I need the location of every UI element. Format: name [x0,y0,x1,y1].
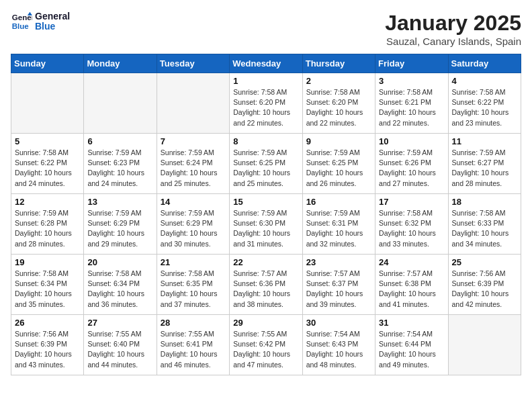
day-detail: Sunrise: 7:58 AM Sunset: 6:20 PM Dayligh… [233,87,298,128]
day-number: 17 [379,197,444,207]
calendar-day-cell: 27Sunrise: 7:55 AM Sunset: 6:40 PM Dayli… [84,315,157,375]
calendar-day-cell [11,73,84,134]
day-number: 16 [306,197,371,207]
svg-text:Blue: Blue [12,22,30,30]
day-detail: Sunrise: 7:58 AM Sunset: 6:34 PM Dayligh… [87,269,152,310]
calendar-day-cell: 7Sunrise: 7:59 AM Sunset: 6:24 PM Daylig… [157,134,229,194]
day-detail: Sunrise: 7:59 AM Sunset: 6:27 PM Dayligh… [452,148,517,189]
weekday-header: Friday [375,54,448,73]
calendar-week-row: 5Sunrise: 7:58 AM Sunset: 6:22 PM Daylig… [11,134,521,194]
day-detail: Sunrise: 7:55 AM Sunset: 6:40 PM Dayligh… [87,329,152,370]
calendar-day-cell: 12Sunrise: 7:59 AM Sunset: 6:28 PM Dayli… [11,194,84,255]
day-detail: Sunrise: 7:54 AM Sunset: 6:43 PM Dayligh… [306,329,371,370]
calendar-day-cell: 16Sunrise: 7:59 AM Sunset: 6:31 PM Dayli… [302,194,375,255]
calendar-day-cell: 1Sunrise: 7:58 AM Sunset: 6:20 PM Daylig… [230,73,302,134]
calendar-day-cell: 29Sunrise: 7:55 AM Sunset: 6:42 PM Dayli… [230,315,302,375]
logo-line1: General [35,11,70,21]
day-number: 24 [379,257,444,267]
day-number: 7 [161,136,226,146]
day-number: 3 [379,76,444,86]
calendar-day-cell: 4Sunrise: 7:58 AM Sunset: 6:22 PM Daylig… [448,73,521,134]
calendar-day-cell: 25Sunrise: 7:56 AM Sunset: 6:39 PM Dayli… [448,255,521,315]
calendar-day-cell: 17Sunrise: 7:58 AM Sunset: 6:32 PM Dayli… [375,194,448,255]
day-number: 30 [306,318,371,328]
day-detail: Sunrise: 7:59 AM Sunset: 6:31 PM Dayligh… [306,208,371,249]
calendar-table: SundayMondayTuesdayWednesdayThursdayFrid… [11,54,521,375]
day-detail: Sunrise: 7:55 AM Sunset: 6:42 PM Dayligh… [233,329,298,370]
calendar-day-cell: 2Sunrise: 7:58 AM Sunset: 6:20 PM Daylig… [302,73,375,134]
calendar-day-cell: 9Sunrise: 7:59 AM Sunset: 6:25 PM Daylig… [302,134,375,194]
day-detail: Sunrise: 7:57 AM Sunset: 6:36 PM Dayligh… [233,269,298,310]
day-detail: Sunrise: 7:59 AM Sunset: 6:25 PM Dayligh… [233,148,298,189]
weekday-header: Wednesday [230,54,302,73]
calendar-day-cell: 22Sunrise: 7:57 AM Sunset: 6:36 PM Dayli… [230,255,302,315]
calendar-day-cell: 31Sunrise: 7:54 AM Sunset: 6:44 PM Dayli… [375,315,448,375]
weekday-header: Sunday [11,54,84,73]
calendar-day-cell: 19Sunrise: 7:58 AM Sunset: 6:34 PM Dayli… [11,255,84,315]
day-number: 6 [87,136,152,146]
day-detail: Sunrise: 7:58 AM Sunset: 6:21 PM Dayligh… [379,87,444,128]
calendar-day-cell: 21Sunrise: 7:58 AM Sunset: 6:35 PM Dayli… [157,255,229,315]
day-number: 20 [87,257,152,267]
logo: General Blue General Blue [11,11,70,32]
day-number: 31 [379,318,444,328]
calendar-day-cell: 26Sunrise: 7:56 AM Sunset: 6:39 PM Dayli… [11,315,84,375]
calendar-day-cell: 6Sunrise: 7:59 AM Sunset: 6:23 PM Daylig… [84,134,157,194]
calendar-title: January 2025 [385,11,521,36]
day-number: 19 [15,257,80,267]
day-detail: Sunrise: 7:56 AM Sunset: 6:39 PM Dayligh… [15,329,80,370]
day-number: 23 [306,257,371,267]
day-number: 15 [233,197,298,207]
calendar-day-cell: 30Sunrise: 7:54 AM Sunset: 6:43 PM Dayli… [302,315,375,375]
logo-line2: Blue [35,21,70,32]
day-detail: Sunrise: 7:56 AM Sunset: 6:39 PM Dayligh… [452,269,517,310]
day-number: 10 [379,136,444,146]
calendar-day-cell: 20Sunrise: 7:58 AM Sunset: 6:34 PM Dayli… [84,255,157,315]
day-number: 4 [452,76,517,86]
calendar-day-cell: 5Sunrise: 7:58 AM Sunset: 6:22 PM Daylig… [11,134,84,194]
day-detail: Sunrise: 7:55 AM Sunset: 6:41 PM Dayligh… [161,329,226,370]
calendar-day-cell: 13Sunrise: 7:59 AM Sunset: 6:29 PM Dayli… [84,194,157,255]
calendar-day-cell [157,73,229,134]
calendar-day-cell [84,73,157,134]
calendar-day-cell [448,315,521,375]
calendar-day-cell: 10Sunrise: 7:59 AM Sunset: 6:26 PM Dayli… [375,134,448,194]
day-number: 13 [87,197,152,207]
calendar-day-cell: 14Sunrise: 7:59 AM Sunset: 6:29 PM Dayli… [157,194,229,255]
weekday-header-row: SundayMondayTuesdayWednesdayThursdayFrid… [11,54,521,73]
day-detail: Sunrise: 7:59 AM Sunset: 6:24 PM Dayligh… [161,148,226,189]
calendar-day-cell: 18Sunrise: 7:58 AM Sunset: 6:33 PM Dayli… [448,194,521,255]
day-number: 9 [306,136,371,146]
day-number: 11 [452,136,517,146]
calendar-week-row: 19Sunrise: 7:58 AM Sunset: 6:34 PM Dayli… [11,255,521,315]
day-number: 26 [15,318,80,328]
day-detail: Sunrise: 7:58 AM Sunset: 6:22 PM Dayligh… [452,87,517,128]
day-detail: Sunrise: 7:59 AM Sunset: 6:29 PM Dayligh… [161,208,226,249]
day-detail: Sunrise: 7:59 AM Sunset: 6:26 PM Dayligh… [379,148,444,189]
day-detail: Sunrise: 7:59 AM Sunset: 6:28 PM Dayligh… [15,208,80,249]
calendar-day-cell: 8Sunrise: 7:59 AM Sunset: 6:25 PM Daylig… [230,134,302,194]
weekday-header: Tuesday [157,54,229,73]
calendar-day-cell: 11Sunrise: 7:59 AM Sunset: 6:27 PM Dayli… [448,134,521,194]
day-detail: Sunrise: 7:54 AM Sunset: 6:44 PM Dayligh… [379,329,444,370]
day-detail: Sunrise: 7:57 AM Sunset: 6:37 PM Dayligh… [306,269,371,310]
day-number: 21 [161,257,226,267]
calendar-day-cell: 23Sunrise: 7:57 AM Sunset: 6:37 PM Dayli… [302,255,375,315]
day-detail: Sunrise: 7:58 AM Sunset: 6:20 PM Dayligh… [306,87,371,128]
day-number: 28 [161,318,226,328]
day-number: 2 [306,76,371,86]
day-number: 22 [233,257,298,267]
calendar-week-row: 26Sunrise: 7:56 AM Sunset: 6:39 PM Dayli… [11,315,521,375]
day-detail: Sunrise: 7:58 AM Sunset: 6:22 PM Dayligh… [15,148,80,189]
day-number: 27 [87,318,152,328]
page-header: General Blue General Blue January 2025 S… [11,11,521,47]
day-detail: Sunrise: 7:59 AM Sunset: 6:30 PM Dayligh… [233,208,298,249]
day-number: 14 [161,197,226,207]
day-detail: Sunrise: 7:57 AM Sunset: 6:38 PM Dayligh… [379,269,444,310]
day-number: 1 [233,76,298,86]
calendar-week-row: 12Sunrise: 7:59 AM Sunset: 6:28 PM Dayli… [11,194,521,255]
day-detail: Sunrise: 7:59 AM Sunset: 6:23 PM Dayligh… [87,148,152,189]
calendar-day-cell: 15Sunrise: 7:59 AM Sunset: 6:30 PM Dayli… [230,194,302,255]
calendar-day-cell: 24Sunrise: 7:57 AM Sunset: 6:38 PM Dayli… [375,255,448,315]
day-number: 29 [233,318,298,328]
